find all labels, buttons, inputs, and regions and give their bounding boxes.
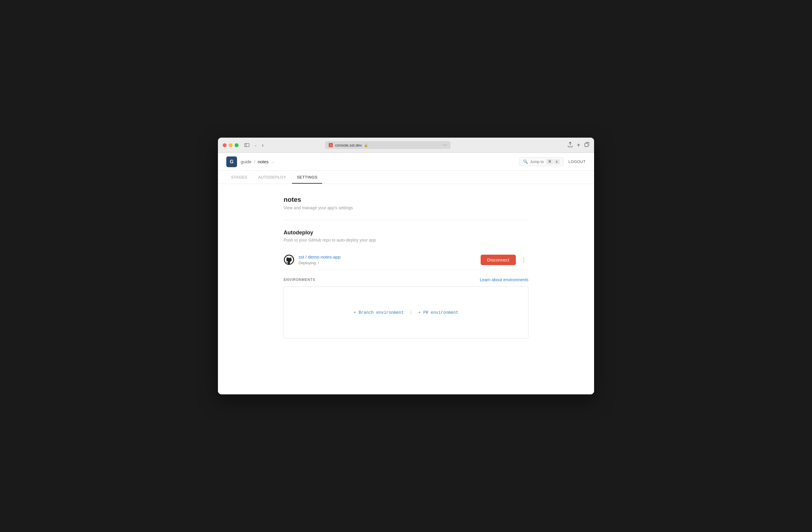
page-title: notes — [284, 196, 528, 204]
chevron-down-icon: ⌄ — [272, 160, 275, 164]
breadcrumb-current[interactable]: notes — [258, 159, 269, 164]
sidebar-toggle-button[interactable] — [243, 143, 250, 147]
browser-actions: + — [568, 142, 589, 149]
section-divider — [284, 220, 528, 220]
k-key: K — [554, 159, 560, 164]
favicon: S — [329, 143, 333, 147]
minimize-button[interactable] — [229, 143, 233, 147]
repo-link[interactable]: sst / demo-notes-app — [299, 254, 340, 259]
repo-info: sst / demo-notes-app Deploying: / — [299, 254, 481, 265]
add-pr-environment-link[interactable]: + PR environment — [418, 310, 458, 315]
browser-controls: ⌄ ‹ — [243, 142, 265, 149]
page-subtitle: View and manage your app's settings — [284, 205, 528, 210]
page-header: notes View and manage your app's setting… — [284, 196, 528, 210]
address-more-button[interactable]: ··· — [443, 143, 447, 147]
browser-window: ⌄ ‹ S console.sst.dev 🔒 ··· + — [218, 138, 594, 394]
learn-about-environments-link[interactable]: Learn about environments — [480, 277, 528, 282]
search-icon: 🔍 — [523, 159, 528, 164]
section-title: Autodeploy — [284, 230, 528, 236]
address-bar[interactable]: S console.sst.dev 🔒 ··· — [325, 141, 450, 149]
share-button[interactable] — [568, 142, 572, 148]
breadcrumb: guide / notes ⌄ — [241, 159, 275, 164]
browser-chrome: ⌄ ‹ S console.sst.dev 🔒 ··· + — [218, 138, 594, 153]
address-content: S console.sst.dev 🔒 — [329, 143, 368, 147]
lock-icon: 🔒 — [364, 143, 368, 147]
tabs-button[interactable] — [584, 142, 589, 148]
breadcrumb-parent[interactable]: guide — [241, 159, 252, 164]
svg-rect-2 — [585, 143, 588, 147]
back-button[interactable]: ‹ — [261, 142, 265, 149]
environments-dashed-box: + Branch environment | + PR environment — [284, 286, 528, 339]
close-button[interactable] — [223, 143, 227, 147]
settings-wrapper: notes View and manage your app's setting… — [284, 196, 528, 339]
tab-autodeploy[interactable]: AUTODEPLOY — [253, 171, 291, 184]
address-text: console.sst.dev — [335, 143, 362, 147]
traffic-lights — [223, 143, 238, 147]
chevron-down-icon[interactable]: ⌄ — [253, 142, 258, 148]
env-header: ENVIRONMENTS Learn about environments — [284, 277, 528, 282]
tab-settings[interactable]: SETTINGS — [292, 171, 322, 184]
tab-stages[interactable]: STAGES — [226, 171, 252, 184]
app-logo: G — [226, 156, 237, 167]
kbd-group: ⌘ K — [546, 159, 560, 164]
fullscreen-button[interactable] — [235, 143, 238, 147]
jump-to-button[interactable]: 🔍 Jump to ⌘ K — [519, 157, 564, 166]
app-header: G guide / notes ⌄ 🔍 Jump to ⌘ K LOGOUT — [218, 153, 594, 171]
github-icon — [284, 254, 294, 265]
main-content: notes View and manage your app's setting… — [218, 184, 594, 393]
environments-label: ENVIRONMENTS — [284, 278, 315, 282]
new-tab-button[interactable]: + — [577, 142, 580, 149]
repo-row: sst / demo-notes-app Deploying: / Discon… — [284, 249, 528, 270]
breadcrumb-separator: / — [254, 159, 255, 164]
environments-section: ENVIRONMENTS Learn about environments + … — [284, 277, 528, 339]
section-subtitle: Push to your GitHub repo to auto-deploy … — [284, 238, 528, 242]
cmd-key: ⌘ — [546, 159, 553, 164]
repo-deploying: Deploying: / — [299, 261, 481, 265]
header-right: 🔍 Jump to ⌘ K LOGOUT — [519, 157, 586, 166]
nav-tabs: STAGES AUTODEPLOY SETTINGS — [218, 171, 594, 184]
pipe-separator: | — [410, 310, 412, 315]
repo-actions: Disconnect ⋮ — [481, 255, 528, 265]
env-add-links: + Branch environment | + PR environment — [354, 310, 459, 315]
svg-rect-0 — [245, 144, 249, 147]
disconnect-button[interactable]: Disconnect — [481, 255, 516, 265]
jump-to-label: Jump to — [530, 159, 544, 164]
autodeploy-section: Autodeploy Push to your GitHub repo to a… — [284, 230, 528, 242]
logout-button[interactable]: LOGOUT — [568, 159, 586, 164]
more-options-button[interactable]: ⋮ — [519, 256, 528, 264]
add-branch-environment-link[interactable]: + Branch environment — [354, 310, 404, 315]
